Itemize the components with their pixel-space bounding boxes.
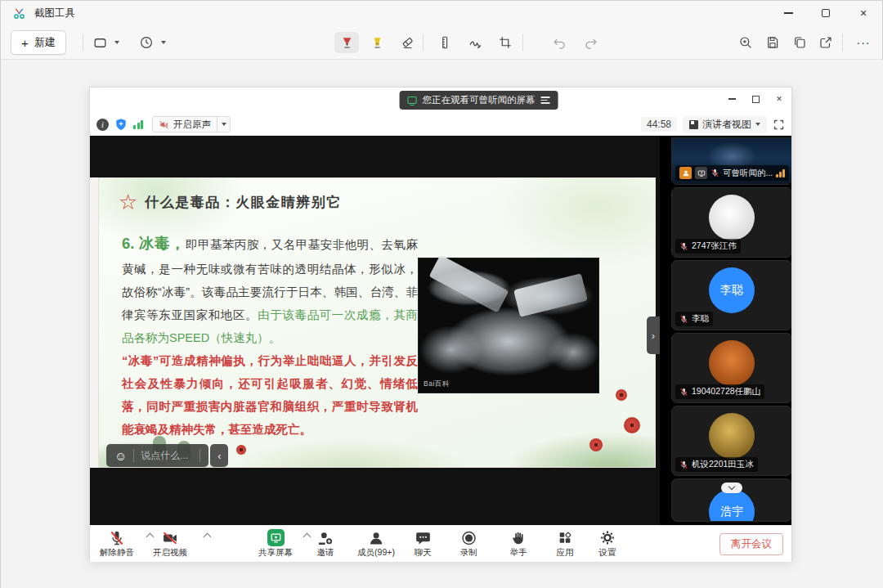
record-button[interactable]: 录制 xyxy=(460,529,477,559)
app-toolbar: + 新建 ⌄ ··· xyxy=(1,25,882,60)
participant-name: 李聪 xyxy=(692,313,709,325)
fullscreen-icon[interactable] xyxy=(773,119,785,131)
crop-tool[interactable] xyxy=(493,32,518,53)
photo-watermark: Bai百科 xyxy=(424,379,450,389)
meeting-maximize-button[interactable] xyxy=(743,88,768,110)
participant-tile[interactable]: 可曾听闻的... xyxy=(671,137,791,185)
snip-canvas: 您正在观看可曾听闻的屏幕 × i 开启原声 xyxy=(1,60,883,588)
participant-name: 可曾听闻的... xyxy=(723,168,773,179)
poppy-flower xyxy=(616,389,627,401)
watching-banner: 您正在观看可曾听闻的屏幕 xyxy=(400,91,558,110)
snip-mode-dropdown[interactable] xyxy=(110,32,123,53)
clock-icon xyxy=(139,35,154,50)
members-button[interactable]: 成员(99+) xyxy=(357,529,395,559)
original-sound-dropdown[interactable] xyxy=(217,117,230,132)
snipping-tool-logo-icon xyxy=(12,7,26,20)
zoom-button[interactable] xyxy=(733,32,758,53)
participant-name: 190402728任鹏山 xyxy=(692,386,760,397)
divider xyxy=(842,34,843,52)
more-options-button[interactable]: ··· xyxy=(851,32,876,53)
apps-grid-icon xyxy=(558,530,573,545)
apps-button[interactable]: 应用 xyxy=(557,529,574,559)
minimize-icon xyxy=(728,98,736,99)
star-icon: ☆ xyxy=(119,191,137,213)
participant-name: 2747张江伟 xyxy=(692,240,737,252)
chevron-up-icon[interactable] xyxy=(303,533,312,541)
slide-title-row: ☆ 什么是毒品：火眼金睛辨别它 xyxy=(119,191,342,213)
participant-tile[interactable]: 190402728任鹏山 xyxy=(671,333,791,403)
chat-button[interactable]: 聊天 xyxy=(415,529,432,559)
security-shield-icon[interactable] xyxy=(114,118,128,131)
participant-tile[interactable]: 2747张江伟 xyxy=(671,187,791,258)
meeting-close-button[interactable]: × xyxy=(767,88,791,110)
unmute-label: 解除静音 xyxy=(100,547,134,559)
highlighter-tool[interactable] xyxy=(365,32,389,53)
chevron-up-icon[interactable] xyxy=(204,533,212,541)
camera-off-icon xyxy=(161,530,179,546)
record-label: 录制 xyxy=(460,547,477,559)
leave-meeting-button[interactable]: 离开会议 xyxy=(719,533,783,555)
save-icon xyxy=(765,35,780,50)
presentation-slide: ☆ 什么是毒品：火眼金睛辨别它 6. 冰毒，即甲基苯丙胺，又名甲基安非他明、去氧… xyxy=(98,177,656,468)
slide-paragraph: 6. 冰毒，即甲基苯丙胺，又名甲基安非他明、去氧麻黄碱，是一种无味或微有苦味的透… xyxy=(122,229,418,350)
share-button[interactable] xyxy=(814,32,838,53)
settings-label: 设置 xyxy=(599,547,616,559)
eraser-tool[interactable] xyxy=(395,32,419,53)
ballpoint-pen-tool[interactable]: ⌄ xyxy=(334,32,359,53)
original-sound-label: 开启原声 xyxy=(173,119,211,131)
emoji-icon[interactable]: ☺ xyxy=(114,450,127,462)
invite-button[interactable]: 邀请 xyxy=(317,529,334,559)
participant-tile[interactable]: 李聪 李聪 xyxy=(671,260,791,330)
chat-overlay: ☺ ‹ xyxy=(106,444,228,467)
delay-button[interactable] xyxy=(134,32,159,53)
collapse-participants-button[interactable] xyxy=(721,483,742,493)
chevron-down-icon xyxy=(114,41,119,44)
chat-collapse-button[interactable]: ‹ xyxy=(210,444,228,467)
record-icon xyxy=(460,530,477,546)
delay-dropdown[interactable] xyxy=(157,32,170,53)
meeting-minimize-button[interactable] xyxy=(719,88,744,110)
participant-name: 机设2201田玉冰 xyxy=(692,459,754,470)
participant-tile[interactable]: 浩宇 xyxy=(671,478,791,522)
chat-bar[interactable]: ☺ xyxy=(106,444,208,467)
crop-icon xyxy=(498,35,513,50)
copy-button[interactable] xyxy=(787,32,812,53)
minimize-button[interactable] xyxy=(769,1,807,25)
original-sound-button[interactable]: 开启原声 xyxy=(152,116,231,132)
meeting-info-icon[interactable]: i xyxy=(96,119,109,131)
sidebar-expand-tab[interactable]: › xyxy=(647,316,660,354)
signal-bars-icon xyxy=(776,169,785,177)
unmute-button[interactable]: 解除静音 xyxy=(100,529,134,559)
close-button[interactable]: × xyxy=(845,1,882,25)
banner-menu-icon[interactable] xyxy=(541,97,550,103)
save-button[interactable] xyxy=(760,32,785,53)
settings-button[interactable]: 设置 xyxy=(599,529,616,559)
chat-label: 聊天 xyxy=(415,547,432,559)
participant-label: 可曾听闻的... xyxy=(675,165,789,181)
ruler-icon xyxy=(437,35,452,50)
raise-hand-button[interactable]: 举手 xyxy=(510,529,527,559)
view-mode-selector[interactable]: 演讲者视图 xyxy=(683,116,767,133)
shared-desktop-edge xyxy=(90,177,98,468)
snip-mode-button[interactable] xyxy=(87,32,112,53)
sound-off-icon xyxy=(159,119,169,130)
chevron-down-icon xyxy=(222,123,226,126)
new-snip-button[interactable]: + 新建 xyxy=(11,30,66,55)
start-video-button[interactable]: 开启视频 xyxy=(153,529,187,559)
participant-tile[interactable]: 机设2201田玉冰 xyxy=(671,406,791,476)
chevron-down-icon xyxy=(161,41,166,44)
undo-button[interactable] xyxy=(547,32,571,53)
chat-input[interactable] xyxy=(141,450,193,461)
touch-writing-tool[interactable] xyxy=(463,32,487,53)
minimize-icon xyxy=(784,12,793,13)
crystal-shape xyxy=(429,254,509,312)
rectangle-select-icon xyxy=(92,35,108,51)
share-screen-button[interactable]: 共享屏幕 xyxy=(258,529,293,559)
meeting-titlebar: 您正在观看可曾听闻的屏幕 × xyxy=(90,88,791,114)
ruler-tool[interactable] xyxy=(433,32,457,53)
copy-icon xyxy=(792,35,807,50)
maximize-button[interactable] xyxy=(807,1,845,25)
magnifier-plus-icon xyxy=(738,35,753,50)
redo-button[interactable] xyxy=(578,32,603,53)
network-signal-icon[interactable] xyxy=(133,119,143,129)
